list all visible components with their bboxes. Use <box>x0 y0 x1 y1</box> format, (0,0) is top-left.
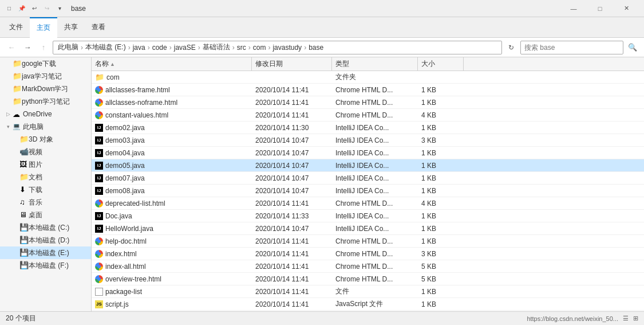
file-name: demo03.java <box>105 136 145 144</box>
file-name-cell: JS script.js <box>92 298 252 310</box>
path-segment-base: base <box>309 44 323 52</box>
table-row[interactable]: IJ demo05.java 2020/10/14 10:47 IntelliJ… <box>92 159 644 172</box>
file-name: help-doc.html <box>105 237 147 245</box>
table-row[interactable]: 📁 com 文件夹 <box>92 71 644 84</box>
col-header-type[interactable]: 类型 <box>332 57 418 71</box>
sidebar-item-music[interactable]: ♫ 音乐 <box>0 196 91 209</box>
search-box[interactable] <box>520 41 623 54</box>
sidebar-item-desktop[interactable]: 🖥 桌面 <box>0 209 91 221</box>
file-name-cell: IJ demo04.java <box>92 147 252 159</box>
chrome-icon <box>95 86 103 94</box>
table-row[interactable]: constant-values.html 2020/10/14 11:41 Ch… <box>92 109 644 122</box>
view-large-icon[interactable]: ⊞ <box>633 315 638 322</box>
table-row[interactable]: IJ demo02.java 2020/10/14 11:30 IntelliJ… <box>92 122 644 134</box>
sidebar-item-google[interactable]: 📁 google下载 <box>0 57 91 70</box>
refresh-button[interactable]: ↻ <box>504 41 518 54</box>
folder-icon: 📁 <box>95 73 104 81</box>
table-row[interactable]: JS script.js 2020/10/14 11:41 JavaScript… <box>92 298 644 311</box>
file-name: constant-values.html <box>105 111 168 119</box>
sidebar-item-downloads[interactable]: ⬇ 下载 <box>0 183 91 196</box>
intellij-icon: IJ <box>95 136 103 144</box>
table-row[interactable]: index-all.html 2020/10/14 11:41 Chrome H… <box>92 260 644 273</box>
sidebar-item-python-notes[interactable]: 📁 python学习笔记 <box>0 95 91 108</box>
table-row[interactable]: IJ demo03.java 2020/10/14 10:47 IntelliJ… <box>92 134 644 147</box>
sidebar-item-video[interactable]: 📹 视频 <box>0 146 91 158</box>
table-row[interactable]: package-list 2020/10/14 11:41 文件 1 KB <box>92 285 644 298</box>
search-input[interactable] <box>524 44 619 52</box>
sidebar-label: MarkDown学习 <box>22 84 68 94</box>
down-arrow-icon[interactable]: ▾ <box>55 4 64 13</box>
up-button[interactable]: ↑ <box>37 41 50 54</box>
address-bar: ← → ↑ 此电脑 › 本地磁盘 (E:) › java › code › ja… <box>0 38 644 57</box>
table-row[interactable]: allclasses-noframe.html 2020/10/14 11:41… <box>92 96 644 109</box>
file-type-cell: IntelliJ IDEA Co... <box>332 159 418 171</box>
table-row[interactable]: stylesheet.css 2020/10/14 11:41 层叠样式表文档 … <box>92 311 644 311</box>
file-date-cell: 2020/10/14 10:47 <box>252 147 332 159</box>
file-date-cell: 2020/10/14 11:41 <box>252 248 332 260</box>
sidebar-item-3d[interactable]: 📁 3D 对象 <box>0 133 91 146</box>
expand-icon <box>5 60 11 67</box>
expand-icon <box>11 249 18 256</box>
sidebar-item-drive-d[interactable]: 💾 本地磁盘 (D:) <box>0 234 91 246</box>
sidebar-item-drive-c[interactable]: 💾 本地磁盘 (C:) <box>0 221 91 234</box>
tab-share[interactable]: 共享 <box>57 17 85 38</box>
item-count: 20 个项目 <box>6 314 36 323</box>
forward-button[interactable]: → <box>21 41 34 54</box>
table-row[interactable]: help-doc.html 2020/10/14 11:41 Chrome HT… <box>92 235 644 248</box>
minimize-button[interactable]: — <box>560 0 587 17</box>
redo-icon[interactable]: ↪ <box>42 4 52 13</box>
file-name-cell: stylesheet.css <box>92 311 252 311</box>
file-size-cell: 1 KB <box>418 298 464 310</box>
col-header-size[interactable]: 大小 <box>418 57 464 71</box>
cloud-icon: ☁ <box>13 110 21 118</box>
col-header-name[interactable]: 名称 ▲ <box>92 57 252 71</box>
search-submit-button[interactable]: 🔍 <box>626 41 639 54</box>
sidebar-item-java-notes[interactable]: 📁 java学习笔记 <box>0 70 91 83</box>
table-row[interactable]: overview-tree.html 2020/10/14 11:41 Chro… <box>92 273 644 285</box>
file-name-cell: index.html <box>92 248 252 260</box>
file-date-cell: 2020/10/14 11:41 <box>252 197 332 209</box>
maximize-button[interactable]: □ <box>587 0 613 17</box>
file-size-cell: 1 KB <box>418 222 464 234</box>
back-button[interactable]: ← <box>5 41 18 54</box>
expand-icon <box>11 224 18 231</box>
table-row[interactable]: deprecated-list.html 2020/10/14 11:41 Ch… <box>92 197 644 210</box>
quick-access-icon[interactable]: 📌 <box>17 4 26 13</box>
file-name-cell: allclasses-frame.html <box>92 84 252 96</box>
window-controls: — □ ✕ <box>560 0 639 17</box>
expand-icon <box>11 161 18 168</box>
system-menu-icon[interactable]: □ <box>5 4 14 13</box>
sidebar-item-this-pc[interactable]: ▾ 💻 此电脑 <box>0 120 91 133</box>
table-row[interactable]: allclasses-frame.html 2020/10/14 11:41 C… <box>92 84 644 96</box>
sidebar-item-onedrive[interactable]: ▷ ☁ OneDrive <box>0 108 91 120</box>
col-type-label: 类型 <box>335 59 349 69</box>
table-row[interactable]: IJ Doc.java 2020/10/14 11:33 IntelliJ ID… <box>92 210 644 222</box>
col-header-date[interactable]: 修改日期 <box>252 57 332 71</box>
tab-view[interactable]: 查看 <box>85 17 112 38</box>
table-row[interactable]: index.html 2020/10/14 11:41 Chrome HTML … <box>92 248 644 260</box>
folder-icon: 📁 <box>13 97 22 106</box>
path-segment-computer: 此电脑 <box>58 42 78 52</box>
expand-icon <box>11 212 18 218</box>
close-button[interactable]: ✕ <box>613 0 639 17</box>
undo-icon[interactable]: ↩ <box>30 4 39 13</box>
tab-file[interactable]: 文件 <box>2 17 30 38</box>
folder-icon: 📁 <box>19 173 29 182</box>
sidebar-label: 3D 对象 <box>29 135 53 144</box>
sidebar-item-images[interactable]: 🖼 图片 <box>0 158 91 171</box>
address-path[interactable]: 此电脑 › 本地磁盘 (E:) › java › code › javaSE ›… <box>53 41 502 54</box>
sidebar-item-drive-e[interactable]: 💾 本地磁盘 (E:) <box>0 246 91 259</box>
view-details-icon[interactable]: ☰ <box>623 315 629 322</box>
table-row[interactable]: IJ demo07.java 2020/10/14 10:47 IntelliJ… <box>92 172 644 185</box>
file-list: 名称 ▲ 修改日期 类型 大小 📁 com 文件夹 <box>92 57 644 311</box>
sidebar-item-markdown[interactable]: 📁 MarkDown学习 <box>0 83 91 95</box>
table-row[interactable]: IJ demo08.java 2020/10/14 10:47 IntelliJ… <box>92 185 644 197</box>
file-name-cell: overview-tree.html <box>92 273 252 285</box>
sidebar-item-drive-f[interactable]: 💾 本地磁盘 (F:) <box>0 259 91 272</box>
tab-home[interactable]: 主页 <box>30 17 57 38</box>
path-segment-code: code <box>152 44 167 52</box>
sidebar-item-documents[interactable]: 📁 文档 <box>0 171 91 183</box>
table-row[interactable]: IJ demo04.java 2020/10/14 10:47 IntelliJ… <box>92 147 644 159</box>
table-row[interactable]: IJ HelloWorld.java 2020/10/14 10:47 Inte… <box>92 222 644 235</box>
file-size-cell: 3 KB <box>418 134 464 146</box>
